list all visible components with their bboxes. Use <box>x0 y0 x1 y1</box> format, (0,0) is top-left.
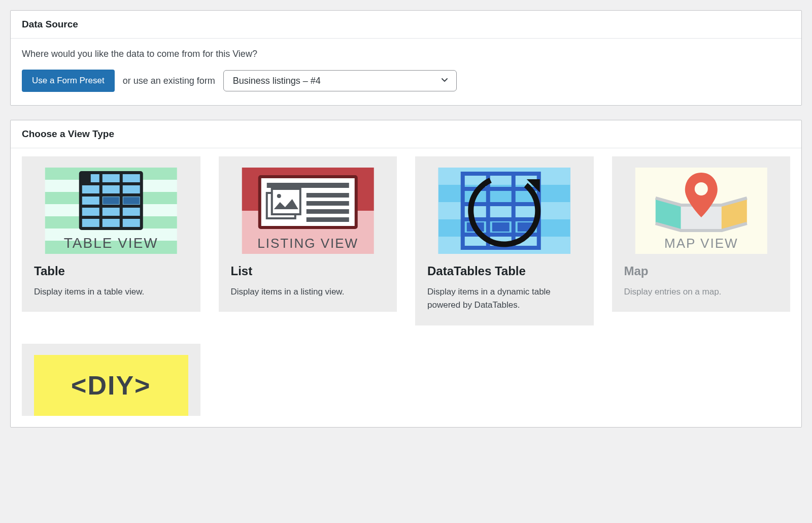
view-card-table[interactable]: TABLE VIEW Table Display items in a tabl… <box>22 156 200 312</box>
view-card-desc: Display items in a table view. <box>34 285 188 299</box>
diy-thumb-icon: <DIY> <box>34 355 188 416</box>
panel-header: Choose a View Type <box>11 120 801 148</box>
form-select-wrap: Business listings – #4 <box>223 70 457 91</box>
view-card-title: DataTables Table <box>427 264 582 278</box>
view-card-title: Map <box>624 264 779 278</box>
data-source-title: Data Source <box>22 19 790 30</box>
data-source-prompt: Where would you like the data to come fr… <box>22 49 790 59</box>
view-type-panel: Choose a View Type <box>10 120 802 428</box>
svg-point-44 <box>694 182 707 195</box>
map-view-thumb-icon: MAP VIEW <box>624 168 779 254</box>
svg-rect-25 <box>306 209 349 214</box>
view-card-title: Table <box>34 264 188 278</box>
svg-rect-29 <box>438 168 570 185</box>
svg-rect-23 <box>306 193 349 198</box>
view-card-title: List <box>231 264 385 278</box>
svg-rect-24 <box>306 201 349 206</box>
svg-point-22 <box>277 194 281 198</box>
table-view-thumb-icon: TABLE VIEW <box>34 168 188 254</box>
svg-rect-13 <box>103 197 119 204</box>
listing-view-thumb-icon: LISTING VIEW <box>231 168 385 254</box>
or-use-existing-label: or use an existing form <box>123 76 215 86</box>
view-card-datatables[interactable]: DataTables Table Display items in a dyna… <box>415 156 594 325</box>
data-source-controls: Use a Form Preset or use an existing for… <box>22 70 790 92</box>
view-card-desc: Display entries on a map. <box>624 285 779 299</box>
svg-rect-21 <box>272 189 300 214</box>
view-card-diy[interactable]: <DIY> <box>22 344 200 416</box>
svg-rect-19 <box>266 183 349 188</box>
existing-form-select[interactable]: Business listings – #4 <box>223 70 457 91</box>
panel-header: Data Source <box>11 11 801 39</box>
view-type-title: Choose a View Type <box>22 128 790 140</box>
panel-body: Where would you like the data to come fr… <box>11 39 801 105</box>
svg-text:MAP VIEW: MAP VIEW <box>664 236 738 251</box>
view-card-map[interactable]: MAP VIEW Map Display entries on a map. <box>612 156 791 312</box>
svg-text:TABLE VIEW: TABLE VIEW <box>64 235 158 251</box>
svg-rect-6 <box>81 173 91 183</box>
svg-rect-40 <box>492 222 510 232</box>
view-card-desc: Display items in a dynamic table powered… <box>427 285 582 312</box>
svg-rect-26 <box>306 217 349 222</box>
svg-rect-14 <box>123 197 140 204</box>
view-type-grid: TABLE VIEW Table Display items in a tabl… <box>11 148 801 427</box>
use-form-preset-button[interactable]: Use a Form Preset <box>22 70 115 92</box>
view-card-desc: Display items in a listing view. <box>231 285 385 299</box>
datatables-thumb-icon <box>427 168 582 254</box>
data-source-panel: Data Source Where would you like the dat… <box>10 10 802 106</box>
view-card-list[interactable]: LISTING VIEW List Display items in a lis… <box>219 156 397 312</box>
svg-text:LISTING VIEW: LISTING VIEW <box>257 236 358 251</box>
